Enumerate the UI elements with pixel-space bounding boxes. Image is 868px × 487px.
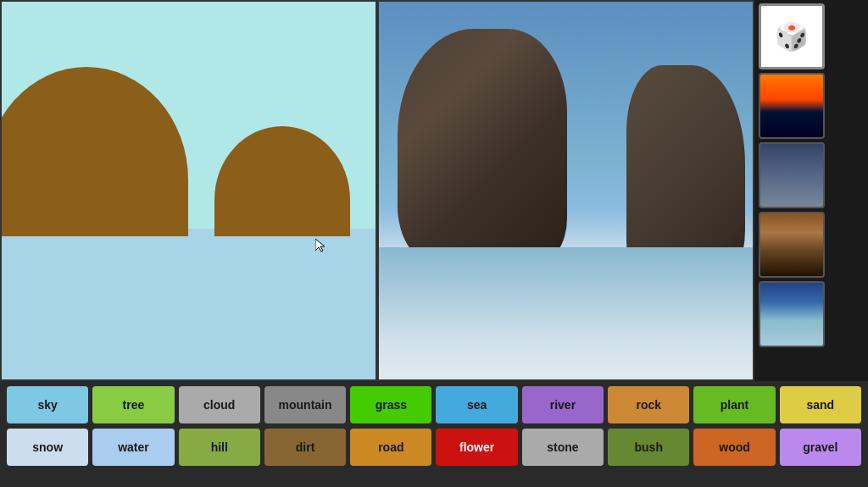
scene-thumbnail-2[interactable] — [759, 142, 825, 208]
labels-row-2: snow water hill dirt road flower stone b… — [7, 429, 861, 466]
label-water[interactable]: water — [92, 429, 174, 466]
photo-panel — [377, 0, 754, 381]
label-gravel[interactable]: gravel — [780, 429, 861, 466]
label-bush[interactable]: bush — [608, 429, 689, 466]
sea-water — [379, 247, 753, 379]
label-sky[interactable]: sky — [7, 386, 88, 423]
hill-left — [0, 67, 188, 236]
label-sea[interactable]: sea — [436, 386, 517, 423]
label-grass[interactable]: grass — [350, 386, 431, 423]
label-sand[interactable]: sand — [780, 386, 861, 423]
label-snow[interactable]: snow — [7, 429, 88, 466]
scene-thumbnail-3[interactable] — [759, 212, 825, 278]
labels-area: sky tree cloud mountain grass sea river … — [0, 381, 868, 487]
dice-button[interactable]: 🎲 — [759, 3, 825, 69]
label-cloud[interactable]: cloud — [179, 386, 260, 423]
hill-right — [214, 126, 350, 236]
label-plant[interactable]: plant — [693, 386, 775, 423]
sidebar: 🎲 — [754, 0, 829, 381]
rocks-scene — [379, 2, 753, 379]
rock-left — [398, 29, 567, 266]
scene-thumbnail-1[interactable] — [759, 73, 825, 139]
dice-icon: 🎲 — [775, 20, 809, 53]
label-rock[interactable]: rock — [608, 386, 689, 423]
scene-thumbnail-4[interactable] — [759, 281, 825, 347]
label-stone[interactable]: stone — [522, 429, 604, 466]
label-road[interactable]: road — [350, 429, 431, 466]
label-mountain[interactable]: mountain — [264, 386, 346, 423]
label-hill[interactable]: hill — [179, 429, 260, 466]
main-area: 🎲 — [0, 0, 868, 381]
labels-row-1: sky tree cloud mountain grass sea river … — [7, 386, 861, 423]
drawing-panel[interactable] — [0, 0, 377, 381]
drawing-water — [2, 229, 376, 379]
label-tree[interactable]: tree — [92, 386, 174, 423]
label-river[interactable]: river — [522, 386, 604, 423]
label-wood[interactable]: wood — [693, 429, 775, 466]
label-dirt[interactable]: dirt — [264, 429, 346, 466]
label-flower[interactable]: flower — [436, 429, 517, 466]
